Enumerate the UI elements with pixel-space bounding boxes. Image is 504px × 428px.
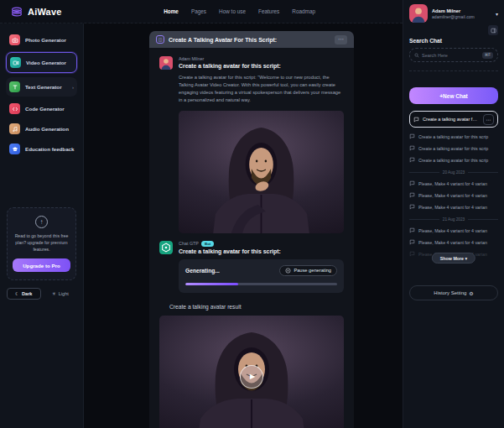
chat-title: Create A Talking Avatar For This Script: [169, 37, 277, 43]
camera-icon [9, 34, 20, 45]
chat-history-item[interactable]: Please, Make 4 variant for 4 varian [409, 239, 498, 245]
chat-history-item[interactable]: Please, Make 4 variant for 4 varian [409, 227, 498, 233]
message-author: Adam Milner [179, 56, 344, 61]
result-label: Create a talking avatar result [169, 304, 344, 310]
uploaded-avatar-image [179, 111, 344, 233]
chat-bubble-icon [409, 204, 415, 210]
chat-history-item[interactable]: Please, Make 4 variant for 4 varian [409, 204, 498, 210]
sidebar-item-code-generator[interactable]: Code Generator [6, 101, 77, 117]
chat-bubble-icon [409, 239, 415, 245]
chevron-right-icon: › [72, 85, 74, 90]
play-button[interactable]: ▶ [240, 365, 263, 389]
main-content: ◫ Create A Talking Avatar For This Scrip… [84, 23, 403, 428]
brand-name: AiWave [28, 7, 62, 17]
new-chat-label: New Chat [443, 93, 468, 99]
nav-pages[interactable]: Pages [191, 8, 206, 14]
right-panel: Adam Milner adamilner@gmail.com ▾ Search… [403, 0, 504, 428]
main-nav: Home Pages How to use Features Roadmap [164, 8, 315, 14]
date-label: 21 Aug 2023 [443, 217, 465, 222]
chat-bubble-icon [409, 157, 415, 163]
bot-author-row: Chat GTP Bot [179, 241, 344, 247]
sidebar-item-label: Video Generator [26, 60, 66, 65]
active-chat-item[interactable]: Create a talking avatar for this scrip ⋯ [409, 111, 498, 128]
sidebar-item-label: Text Generator [25, 84, 62, 90]
brand-logo[interactable]: AiWave [10, 5, 62, 18]
pause-icon [285, 268, 291, 274]
bot-author: Chat GTP [179, 241, 199, 246]
history-setting-button[interactable]: History Setting ⚙ [409, 285, 498, 300]
chat-history-item[interactable]: Create a talking avatar for this scrip [409, 133, 498, 139]
generating-card: Generating... Pause generating [179, 259, 344, 293]
date-label: 20 Aug 2023 [443, 170, 465, 175]
dark-mode-button[interactable]: ☾ Dark [7, 288, 41, 300]
upgrade-to-pro-button[interactable]: Upgrade to Pro [13, 258, 70, 272]
chat-bubble-icon [413, 117, 419, 123]
progress-fill [185, 283, 238, 285]
panel-collapse-button[interactable] [488, 25, 498, 35]
sidebar-item-label: Photo Generator [25, 37, 66, 43]
bot-badge: Bot [201, 241, 214, 247]
sidebar-item-video-generator[interactable]: Video Generator [6, 52, 77, 73]
chat-item-label: Please, Make 4 variant for 4 varian [418, 205, 487, 210]
search-shortcut-badge: ⌘F [482, 52, 493, 59]
search-box[interactable]: ⌘F [409, 48, 498, 62]
pause-label: Pause generating [294, 268, 331, 273]
theme-toggle: ☾ Dark ☀ Light [6, 288, 77, 300]
nav-features[interactable]: Features [258, 8, 279, 14]
generated-avatar-video: ▶ [159, 316, 344, 428]
search-input[interactable] [422, 53, 480, 58]
user-avatar [409, 4, 428, 23]
upgrade-card: ↑ Read to go beyond this free plan? upgr… [7, 207, 76, 280]
app-window: AiWave Home Pages How to use Features Ro… [0, 0, 504, 428]
chat-bubble-icon [409, 251, 415, 257]
chat-body: Adam Milner Create a talking avatar for … [149, 48, 354, 428]
search-chat-title: Search Chat [409, 38, 498, 44]
chat-item-label: Create a talking avatar for this scrip [418, 158, 488, 163]
sun-icon: ☀ [52, 291, 56, 296]
bot-heading: Create a talking avatar for this script: [179, 248, 344, 254]
history-setting-label: History Setting [434, 290, 466, 295]
user-email: adamilner@gmail.com [432, 14, 475, 19]
gear-icon: ⚙ [469, 290, 473, 296]
nav-how-to-use[interactable]: How to use [219, 8, 246, 14]
chat-options-button[interactable]: ⋯ [335, 35, 347, 44]
video-icon [10, 57, 21, 68]
show-more-button[interactable]: Show More ▾ [432, 253, 475, 264]
sidebar-item-photo-generator[interactable]: Photo Generator [6, 32, 77, 48]
chat-item-options-button[interactable]: ⋯ [483, 114, 494, 125]
sidebar-item-text-generator[interactable]: Text Generator › [6, 77, 77, 97]
progress-bar [185, 283, 337, 285]
chat-title-icon: ◫ [156, 35, 164, 44]
user-avatar [159, 56, 173, 70]
sidebar-item-audio-generation[interactable]: Audio Generation [6, 121, 77, 137]
chat-history-item[interactable]: Create a talking avatar for this scrip [409, 157, 498, 163]
chat-panel: ◫ Create A Talking Avatar For This Scrip… [149, 31, 354, 428]
pause-generating-button[interactable]: Pause generating [279, 265, 337, 276]
light-mode-button[interactable]: ☀ Light [44, 288, 77, 300]
user-name: Adam Milner [432, 8, 475, 13]
user-menu[interactable]: Adam Milner adamilner@gmail.com ▾ [409, 4, 498, 23]
sidebar-item-label: Code Generator [25, 106, 65, 112]
code-icon [9, 103, 20, 114]
nav-home[interactable]: Home [164, 8, 179, 14]
sidebar-item-education-feedback[interactable]: Education feedback [6, 141, 77, 157]
aiwave-logo-icon [10, 5, 23, 18]
nav-roadmap[interactable]: Roadmap [292, 8, 315, 14]
sidebar-collapse-icon [491, 28, 496, 34]
new-chat-button[interactable]: + New Chat [409, 87, 498, 104]
generating-label: Generating... [185, 268, 220, 274]
chat-history-item[interactable]: Create a talking avatar for this scrip [409, 145, 498, 151]
bot-avatar [159, 241, 173, 254]
arrow-up-circle-icon: ↑ [35, 216, 48, 228]
chat-item-label: Create a talking avatar for this scrip [418, 146, 488, 151]
active-chat-label: Create a talking avatar for this scrip [423, 117, 480, 122]
upgrade-text: Read to go beyond this free plan? upgrad… [13, 232, 70, 253]
sidebar-item-label: Audio Generation [25, 126, 69, 132]
chat-history-item[interactable]: Please, Make 4 variant for 4 varian [409, 192, 498, 198]
chat-item-label: Please, Make 4 variant for 4 varian [418, 181, 487, 186]
chat-history-item[interactable]: Please, Make 4 variant for 4 varian [409, 180, 498, 186]
chevron-down-icon: ▾ [496, 11, 498, 17]
user-message: Adam Milner Create a talking avatar for … [159, 56, 344, 233]
chat-header: ◫ Create A Talking Avatar For This Scrip… [149, 31, 354, 48]
music-note-icon [9, 123, 20, 134]
